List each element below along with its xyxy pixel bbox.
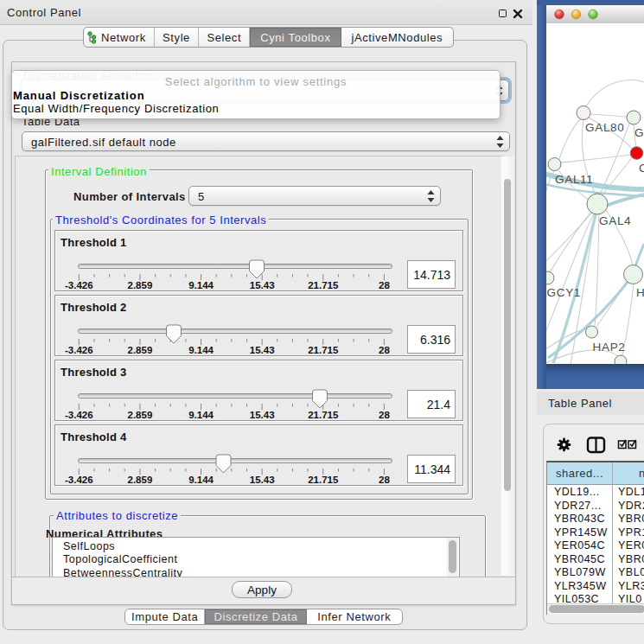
svg-text:GAL4: GAL4: [634, 126, 644, 139]
svg-text:GAL11: GAL11: [555, 173, 594, 186]
svg-text:HAP2: HAP2: [593, 341, 626, 354]
svg-text:GAL80: GAL80: [585, 121, 625, 134]
svg-text:GAL4: GAL4: [599, 214, 631, 227]
svg-text:H: H: [636, 286, 644, 299]
svg-text:GCY1: GCY1: [547, 286, 582, 299]
svg-text:C: C: [639, 162, 644, 175]
